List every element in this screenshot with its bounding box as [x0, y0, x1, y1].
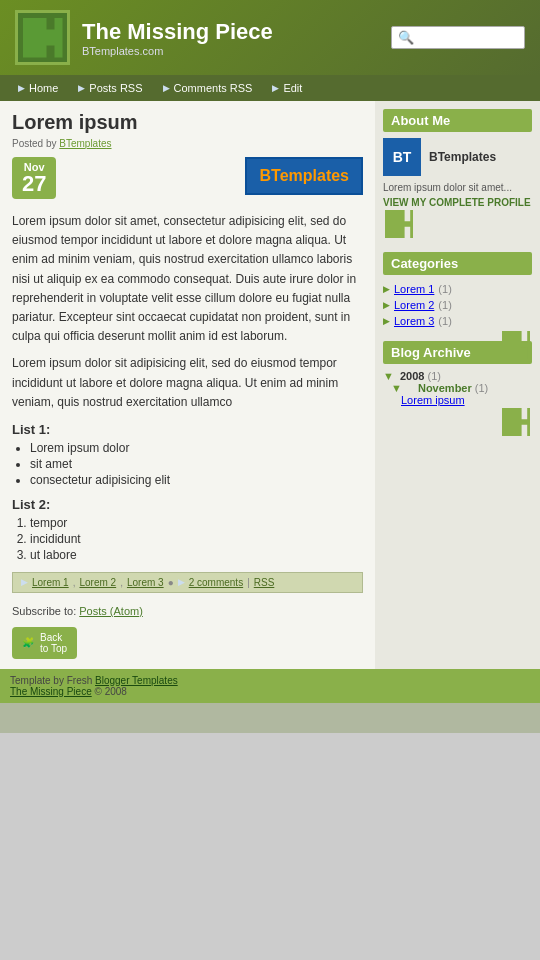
list-2: tempor incididunt ut labore: [30, 516, 363, 562]
footer-arrow-2: ▶: [178, 577, 185, 587]
archive-year-row: ▼ 2008 (1): [383, 370, 532, 382]
site-title: The Missing Piece: [82, 19, 273, 45]
categories-title: Categories: [383, 252, 532, 275]
cat-arrow: ▶: [383, 316, 390, 326]
list2-title: List 2:: [12, 497, 363, 512]
blogger-templates-link[interactable]: Blogger Templates: [95, 675, 178, 686]
comments-link[interactable]: 2 comments: [189, 577, 243, 588]
nav-comments-label: Comments RSS: [174, 82, 253, 94]
list-item: tempor: [30, 516, 363, 530]
back-to-top-button[interactable]: 🧩 Back to Top: [12, 627, 77, 659]
widget-categories: Categories ▶ Lorem 1 (1) ▶ Lorem 2 (1) ▶…: [383, 252, 532, 329]
post-paragraph-1: Lorem ipsum dolor sit amet, consectetur …: [12, 212, 363, 346]
btemplates-logo: BTemplates: [245, 157, 363, 195]
category-item: ▶ Lorem 1 (1): [383, 281, 532, 297]
list-item: incididunt: [30, 532, 363, 546]
tag-link-3[interactable]: Lorem 3: [127, 577, 164, 588]
nav-home[interactable]: ▶ Home: [10, 79, 66, 97]
category-item: ▶ Lorem 2 (1): [383, 297, 532, 313]
header-left: The Missing Piece BTemplates.com: [15, 10, 273, 65]
sep-2: ,: [120, 577, 123, 588]
posted-by-label: Posted by: [12, 138, 56, 149]
category-link-2[interactable]: Lorem 2: [394, 299, 434, 311]
search-icon: 🔍: [398, 30, 414, 45]
list-item: sit amet: [30, 457, 363, 471]
archive-month-row: ▼ November (1): [383, 382, 532, 394]
nav-arrow-posts: ▶: [78, 83, 85, 93]
nav-home-label: Home: [29, 82, 58, 94]
footer-template-by: Template by Fresh: [10, 675, 92, 686]
cat-count-2: (1): [438, 299, 451, 311]
footer-arrow-1: ▶: [21, 577, 28, 587]
puzzle-icon: [23, 18, 63, 58]
nav-comments-rss[interactable]: ▶ Comments RSS: [155, 79, 261, 97]
page-footer: Template by Fresh Blogger Templates The …: [0, 669, 540, 703]
post-author-link[interactable]: BTemplates: [59, 138, 111, 149]
main-container: Lorem ipsum Posted by BTemplates Nov 27 …: [0, 101, 540, 669]
subscribe-link[interactable]: Posts (Atom): [79, 605, 143, 617]
archive-puzzle-decoration: [502, 408, 530, 436]
subscribe-label: Subscribe to:: [12, 605, 76, 617]
post-paragraph-2: Lorem ipsum dolor sit adipisicing elit, …: [12, 354, 363, 412]
cat-count-3: (1): [438, 315, 451, 327]
post-day: 27: [22, 173, 46, 195]
list-item: Lorem ipsum dolor: [30, 441, 363, 455]
archive-post: Lorem ipsum: [401, 394, 532, 406]
cat-arrow: ▶: [383, 284, 390, 294]
subscribe-section: Subscribe to: Posts (Atom): [12, 605, 363, 617]
about-me-header: BT BTemplates: [383, 138, 532, 176]
cat-count-1: (1): [438, 283, 451, 295]
tag-link-2[interactable]: Lorem 2: [79, 577, 116, 588]
nav-arrow-edit: ▶: [272, 83, 279, 93]
archive-post-link[interactable]: Lorem ipsum: [401, 394, 465, 406]
archive-content: ▼ 2008 (1) ▼ November (1) Lorem ipsum: [383, 370, 532, 406]
nav-arrow-home: ▶: [18, 83, 25, 93]
back-puzzle-icon: 🧩: [22, 637, 34, 648]
widget-about-me: About Me BT BTemplates Lorem ipsum dolor…: [383, 109, 532, 240]
bottom-bar: [0, 703, 540, 733]
blog-post: Lorem ipsum Posted by BTemplates Nov 27 …: [12, 111, 363, 593]
archive-month-count: (1): [475, 382, 488, 394]
view-profile-link[interactable]: VIEW MY COMPLETE PROFILE: [383, 197, 532, 208]
archive-triangle-month: ▼: [391, 382, 402, 394]
sidebar: About Me BT BTemplates Lorem ipsum dolor…: [375, 101, 540, 669]
post-meta: Posted by BTemplates: [12, 138, 363, 149]
btemplates-text: Templates: [271, 167, 349, 184]
header: The Missing Piece BTemplates.com 🔍: [0, 0, 540, 75]
post-body: Lorem ipsum dolor sit amet, consectetur …: [12, 212, 363, 412]
archive-year-count: (1): [428, 370, 441, 382]
search-input[interactable]: [418, 32, 518, 44]
list-item: consectetur adipisicing elit: [30, 473, 363, 487]
list1-title: List 1:: [12, 422, 363, 437]
avatar: BT: [383, 138, 421, 176]
date-badge: Nov 27: [12, 157, 56, 199]
archive-month[interactable]: November: [418, 382, 472, 394]
category-link-3[interactable]: Lorem 3: [394, 315, 434, 327]
rss-link[interactable]: RSS: [254, 577, 275, 588]
post-footer: ▶ Lorem 1 , Lorem 2 , Lorem 3 ● ▶ 2 comm…: [12, 572, 363, 593]
about-me-content: BT BTemplates Lorem ipsum dolor sit amet…: [383, 138, 532, 240]
archive-triangle-year: ▼: [383, 370, 394, 382]
list-item: ut labore: [30, 548, 363, 562]
search-box[interactable]: 🔍: [391, 26, 525, 49]
site-logo: [15, 10, 70, 65]
nav-posts-rss[interactable]: ▶ Posts RSS: [70, 79, 150, 97]
nav-arrow-comments: ▶: [163, 83, 170, 93]
categories-content: ▶ Lorem 1 (1) ▶ Lorem 2 (1) ▶ Lorem 3 (1…: [383, 281, 532, 329]
about-puzzle-decoration: [385, 210, 413, 238]
site-link[interactable]: The Missing Piece: [10, 686, 92, 697]
tag-link-1[interactable]: Lorem 1: [32, 577, 69, 588]
content-area: Lorem ipsum Posted by BTemplates Nov 27 …: [0, 101, 375, 669]
category-link-1[interactable]: Lorem 1: [394, 283, 434, 295]
about-name: BTemplates: [429, 150, 496, 164]
sep-1: ,: [73, 577, 76, 588]
category-item: ▶ Lorem 3 (1): [383, 313, 532, 329]
nav-edit[interactable]: ▶ Edit: [264, 79, 310, 97]
nav-edit-label: Edit: [283, 82, 302, 94]
nav-bar: ▶ Home ▶ Posts RSS ▶ Comments RSS ▶ Edit: [0, 75, 540, 101]
about-me-info: BTemplates: [429, 150, 496, 164]
site-subtitle: BTemplates.com: [82, 45, 273, 57]
back-line2: to Top: [40, 643, 67, 654]
site-info: The Missing Piece BTemplates.com: [82, 19, 273, 57]
archive-year[interactable]: 2008: [400, 370, 424, 382]
